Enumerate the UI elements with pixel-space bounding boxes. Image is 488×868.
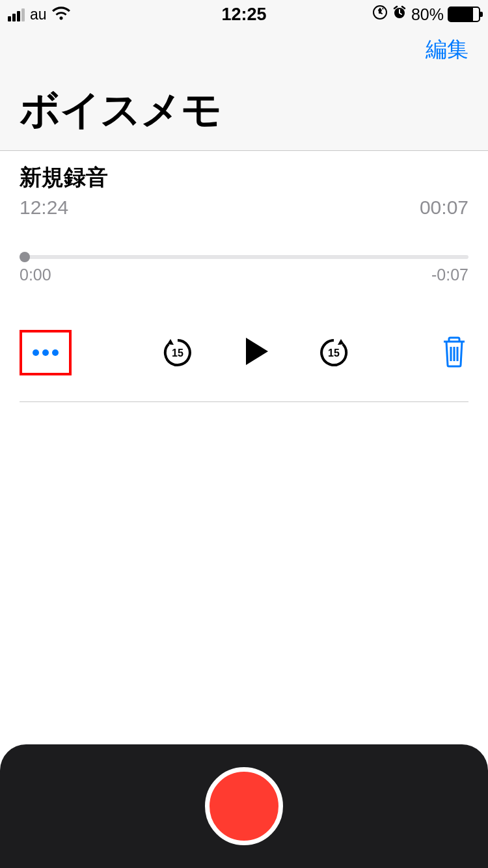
play-button[interactable]: [239, 335, 272, 370]
remaining-time: -0:07: [431, 265, 468, 284]
record-button[interactable]: [205, 767, 283, 845]
skip-forward-15-button[interactable]: 15: [318, 336, 350, 369]
edit-button[interactable]: 編集: [426, 35, 468, 64]
recording-name[interactable]: 新規録音: [20, 163, 468, 193]
carrier-label: au: [30, 6, 47, 23]
page-title: ボイスメモ: [20, 83, 468, 137]
record-toolbar: [0, 744, 488, 868]
scrubber-thumb[interactable]: [20, 252, 30, 262]
wifi-icon: [52, 5, 70, 24]
alarm-icon: [392, 5, 407, 24]
battery-percent: 80%: [411, 5, 444, 24]
elapsed-time: 0:00: [20, 265, 51, 284]
svg-text:15: 15: [328, 347, 340, 359]
status-right: 80%: [372, 5, 480, 24]
recording-card: 新規録音 12:24 00:07 0:00 -0:07 15 15: [0, 151, 488, 402]
status-left: au: [8, 5, 70, 24]
rotation-lock-icon: [372, 5, 388, 24]
skip-back-15-button[interactable]: 15: [161, 336, 194, 369]
status-bar: au 12:25 80%: [0, 0, 488, 29]
status-clock: 12:25: [221, 5, 266, 25]
more-options-button[interactable]: [20, 330, 72, 375]
battery-icon: [448, 7, 480, 22]
header: 編集 ボイスメモ: [0, 29, 488, 151]
delete-button[interactable]: [440, 335, 468, 370]
svg-text:15: 15: [172, 347, 183, 359]
recording-timestamp: 12:24: [20, 197, 68, 219]
playback-controls: 15 15: [20, 330, 468, 402]
playback-scrubber[interactable]: [20, 255, 468, 259]
cellular-signal-icon: [8, 7, 25, 21]
recording-duration: 00:07: [420, 197, 468, 219]
